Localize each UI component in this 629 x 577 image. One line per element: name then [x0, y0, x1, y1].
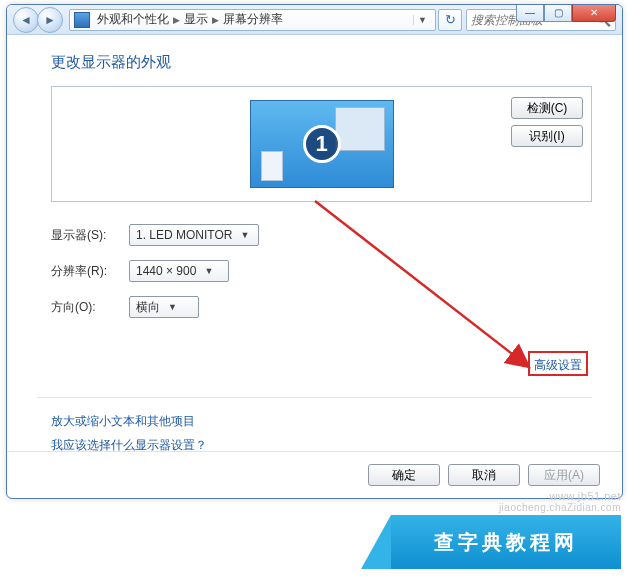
nav-buttons: ◄ ►: [13, 7, 63, 33]
ok-button[interactable]: 确定: [368, 464, 440, 486]
banner-triangle-icon: [361, 515, 391, 569]
maximize-button[interactable]: ▢: [544, 4, 572, 22]
control-panel-window: — ▢ ✕ ◄ ► 外观和个性化 ▶ 显示 ▶ 屏幕分辨率 ▼ ↻ 🔍: [6, 4, 623, 499]
minimize-button[interactable]: —: [516, 4, 544, 22]
cancel-button[interactable]: 取消: [448, 464, 520, 486]
watermark-banner: 查字典教程网: [391, 515, 621, 569]
watermark-area: www.jb51.net jiaocheng.chaZidian.com 查字典…: [391, 490, 621, 569]
annotation-highlight-box: 高级设置: [528, 351, 588, 376]
separator: [37, 397, 592, 398]
watermark-brand: 查字典教程网: [434, 529, 578, 556]
chevron-right-icon: ▶: [172, 15, 181, 25]
identify-button[interactable]: 识别(I): [511, 125, 583, 147]
display-row: 显示器(S): 1. LED MONITOR ▼: [51, 224, 592, 246]
arrow-right-icon: ►: [44, 13, 56, 27]
breadcrumb-seg[interactable]: 屏幕分辨率: [220, 11, 286, 28]
breadcrumb-seg[interactable]: 外观和个性化: [94, 11, 172, 28]
advanced-settings-link[interactable]: 高级设置: [534, 358, 582, 372]
which-display-link[interactable]: 我应该选择什么显示器设置？: [51, 433, 207, 457]
footer-buttons: 确定 取消 应用(A): [368, 464, 600, 486]
control-panel-icon: [74, 12, 90, 28]
settings-form: 显示器(S): 1. LED MONITOR ▼ 分辨率(R): 1440 × …: [51, 224, 592, 318]
breadcrumb-seg[interactable]: 显示: [181, 11, 211, 28]
orientation-select[interactable]: 横向 ▼: [129, 296, 199, 318]
advanced-settings-wrap: 高级设置: [528, 355, 588, 374]
monitor-side-buttons: 检测(C) 识别(I): [511, 97, 583, 147]
resolution-label: 分辨率(R):: [51, 263, 129, 280]
resolution-row: 分辨率(R): 1440 × 900 ▼: [51, 260, 592, 282]
orientation-row: 方向(O): 横向 ▼: [51, 296, 592, 318]
display-label: 显示器(S):: [51, 227, 129, 244]
arrow-left-icon: ◄: [20, 13, 32, 27]
apply-button[interactable]: 应用(A): [528, 464, 600, 486]
page-title: 更改显示器的外观: [51, 53, 592, 72]
chevron-down-icon: ▼: [240, 230, 249, 240]
display-select[interactable]: 1. LED MONITOR ▼: [129, 224, 259, 246]
address-dropdown-icon[interactable]: ▼: [413, 15, 431, 25]
help-links: 放大或缩小文本和其他项目 我应该选择什么显示器设置？: [51, 409, 207, 457]
monitor-thumbnail[interactable]: 1: [250, 100, 394, 188]
refresh-icon: ↻: [445, 12, 456, 27]
watermark-sub: jiaocheng.chaZidian.com: [391, 502, 621, 513]
resolution-select[interactable]: 1440 × 900 ▼: [129, 260, 229, 282]
address-bar[interactable]: 外观和个性化 ▶ 显示 ▶ 屏幕分辨率 ▼: [69, 9, 436, 31]
orientation-label: 方向(O):: [51, 299, 129, 316]
chevron-down-icon: ▼: [204, 266, 213, 276]
monitor-number-badge: 1: [303, 125, 341, 163]
footer-separator: [7, 451, 622, 452]
orientation-value: 横向: [136, 299, 160, 316]
resize-text-link[interactable]: 放大或缩小文本和其他项目: [51, 409, 207, 433]
resolution-value: 1440 × 900: [136, 264, 196, 278]
detect-button[interactable]: 检测(C): [511, 97, 583, 119]
window-system-buttons: — ▢ ✕: [516, 4, 616, 22]
mini-window-icon: [335, 107, 385, 151]
display-value: 1. LED MONITOR: [136, 228, 232, 242]
chevron-down-icon: ▼: [168, 302, 177, 312]
refresh-button[interactable]: ↻: [438, 9, 462, 31]
forward-button[interactable]: ►: [37, 7, 63, 33]
monitor-preview-box: 1 检测(C) 识别(I): [51, 86, 592, 202]
close-button[interactable]: ✕: [572, 4, 616, 22]
back-button[interactable]: ◄: [13, 7, 39, 33]
chevron-right-icon: ▶: [211, 15, 220, 25]
mini-window-icon: [261, 151, 283, 181]
content-area: 更改显示器的外观 1 检测(C) 识别(I) 显示器(S): 1. LED MO…: [7, 35, 622, 498]
watermark-url: www.jb51.net: [391, 490, 621, 502]
